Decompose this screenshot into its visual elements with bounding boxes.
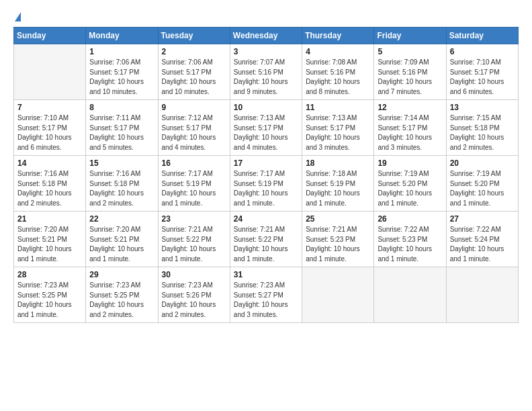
day-info: Sunrise: 7:23 AM Sunset: 5:26 PM Dayligh… [162, 281, 226, 320]
day-info: Sunrise: 7:17 AM Sunset: 5:19 PM Dayligh… [162, 169, 226, 208]
day-info: Sunrise: 7:06 AM Sunset: 5:17 PM Dayligh… [89, 58, 154, 97]
calendar-body: 1Sunrise: 7:06 AM Sunset: 5:17 PM Daylig… [14, 44, 519, 323]
day-number: 15 [89, 158, 154, 168]
day-number: 29 [89, 270, 154, 279]
day-number: 10 [234, 103, 298, 112]
day-number: 20 [450, 158, 515, 168]
day-number: 28 [17, 270, 82, 279]
day-info: Sunrise: 7:20 AM Sunset: 5:21 PM Dayligh… [17, 225, 82, 264]
weekday-header-thursday: Thursday [302, 28, 374, 44]
day-info: Sunrise: 7:07 AM Sunset: 5:16 PM Dayligh… [234, 58, 298, 97]
day-number: 11 [306, 103, 370, 112]
day-number: 13 [450, 103, 515, 112]
day-cell: 13Sunrise: 7:15 AM Sunset: 5:18 PM Dayli… [446, 100, 518, 156]
day-cell: 18Sunrise: 7:18 AM Sunset: 5:19 PM Dayli… [302, 156, 374, 212]
day-number: 4 [306, 47, 370, 56]
day-cell [374, 267, 446, 323]
day-number: 7 [17, 103, 82, 112]
week-row: 7Sunrise: 7:10 AM Sunset: 5:17 PM Daylig… [14, 100, 519, 156]
day-info: Sunrise: 7:18 AM Sunset: 5:19 PM Dayligh… [306, 169, 370, 208]
day-cell: 5Sunrise: 7:09 AM Sunset: 5:16 PM Daylig… [374, 44, 446, 100]
day-cell [446, 267, 518, 323]
day-number: 31 [234, 270, 298, 279]
weekday-row: SundayMondayTuesdayWednesdayThursdayFrid… [14, 28, 519, 44]
calendar-page: SundayMondayTuesdayWednesdayThursdayFrid… [0, 0, 532, 411]
weekday-header-monday: Monday [86, 28, 158, 44]
week-row: 21Sunrise: 7:20 AM Sunset: 5:21 PM Dayli… [14, 212, 519, 267]
weekday-header-saturday: Saturday [446, 28, 518, 44]
day-info: Sunrise: 7:10 AM Sunset: 5:17 PM Dayligh… [450, 58, 515, 97]
day-number: 2 [162, 47, 226, 56]
day-info: Sunrise: 7:19 AM Sunset: 5:20 PM Dayligh… [378, 169, 442, 208]
week-row: 28Sunrise: 7:23 AM Sunset: 5:25 PM Dayli… [14, 267, 519, 323]
week-row: 14Sunrise: 7:16 AM Sunset: 5:18 PM Dayli… [14, 156, 519, 212]
day-info: Sunrise: 7:23 AM Sunset: 5:25 PM Dayligh… [89, 281, 154, 320]
day-info: Sunrise: 7:21 AM Sunset: 5:23 PM Dayligh… [306, 225, 370, 264]
day-cell: 19Sunrise: 7:19 AM Sunset: 5:20 PM Dayli… [374, 156, 446, 212]
header [13, 12, 519, 20]
calendar-table: SundayMondayTuesdayWednesdayThursdayFrid… [13, 27, 519, 323]
day-info: Sunrise: 7:21 AM Sunset: 5:22 PM Dayligh… [162, 225, 226, 264]
day-info: Sunrise: 7:20 AM Sunset: 5:21 PM Dayligh… [89, 225, 154, 264]
day-info: Sunrise: 7:16 AM Sunset: 5:18 PM Dayligh… [89, 169, 154, 208]
day-info: Sunrise: 7:14 AM Sunset: 5:17 PM Dayligh… [378, 113, 442, 152]
day-number: 22 [89, 214, 154, 224]
day-info: Sunrise: 7:12 AM Sunset: 5:17 PM Dayligh… [162, 113, 226, 152]
day-number: 17 [234, 158, 298, 168]
day-number: 3 [234, 47, 298, 56]
day-info: Sunrise: 7:09 AM Sunset: 5:16 PM Dayligh… [378, 58, 442, 97]
day-number: 27 [450, 214, 515, 224]
day-info: Sunrise: 7:11 AM Sunset: 5:17 PM Dayligh… [89, 113, 154, 152]
weekday-header-wednesday: Wednesday [230, 28, 302, 44]
day-cell: 16Sunrise: 7:17 AM Sunset: 5:19 PM Dayli… [158, 156, 230, 212]
day-cell: 1Sunrise: 7:06 AM Sunset: 5:17 PM Daylig… [86, 44, 158, 100]
weekday-header-tuesday: Tuesday [158, 28, 230, 44]
day-cell: 21Sunrise: 7:20 AM Sunset: 5:21 PM Dayli… [14, 212, 86, 267]
day-number: 21 [17, 214, 82, 224]
day-number: 30 [162, 270, 226, 279]
day-info: Sunrise: 7:23 AM Sunset: 5:27 PM Dayligh… [234, 281, 298, 320]
day-cell: 9Sunrise: 7:12 AM Sunset: 5:17 PM Daylig… [158, 100, 230, 156]
day-info: Sunrise: 7:22 AM Sunset: 5:23 PM Dayligh… [378, 225, 442, 264]
day-cell [302, 267, 374, 323]
day-cell [14, 44, 86, 100]
day-cell: 6Sunrise: 7:10 AM Sunset: 5:17 PM Daylig… [446, 44, 518, 100]
day-cell: 23Sunrise: 7:21 AM Sunset: 5:22 PM Dayli… [158, 212, 230, 267]
day-cell: 10Sunrise: 7:13 AM Sunset: 5:17 PM Dayli… [230, 100, 302, 156]
day-number: 25 [306, 214, 370, 224]
day-cell: 28Sunrise: 7:23 AM Sunset: 5:25 PM Dayli… [14, 267, 86, 323]
weekday-header-friday: Friday [374, 28, 446, 44]
day-number: 14 [17, 158, 82, 168]
day-number: 5 [378, 47, 442, 56]
day-cell: 7Sunrise: 7:10 AM Sunset: 5:17 PM Daylig… [14, 100, 86, 156]
day-cell: 14Sunrise: 7:16 AM Sunset: 5:18 PM Dayli… [14, 156, 86, 212]
day-cell: 31Sunrise: 7:23 AM Sunset: 5:27 PM Dayli… [230, 267, 302, 323]
day-cell: 4Sunrise: 7:08 AM Sunset: 5:16 PM Daylig… [302, 44, 374, 100]
day-cell: 27Sunrise: 7:22 AM Sunset: 5:24 PM Dayli… [446, 212, 518, 267]
day-info: Sunrise: 7:15 AM Sunset: 5:18 PM Dayligh… [450, 113, 515, 152]
logo-triangle-icon [15, 12, 21, 21]
day-info: Sunrise: 7:16 AM Sunset: 5:18 PM Dayligh… [17, 169, 82, 208]
day-cell: 8Sunrise: 7:11 AM Sunset: 5:17 PM Daylig… [86, 100, 158, 156]
day-cell: 22Sunrise: 7:20 AM Sunset: 5:21 PM Dayli… [86, 212, 158, 267]
day-number: 16 [162, 158, 226, 168]
day-cell: 2Sunrise: 7:06 AM Sunset: 5:17 PM Daylig… [158, 44, 230, 100]
day-info: Sunrise: 7:23 AM Sunset: 5:25 PM Dayligh… [17, 281, 82, 320]
day-info: Sunrise: 7:06 AM Sunset: 5:17 PM Dayligh… [162, 58, 226, 97]
calendar-header: SundayMondayTuesdayWednesdayThursdayFrid… [14, 28, 519, 44]
day-info: Sunrise: 7:10 AM Sunset: 5:17 PM Dayligh… [17, 113, 82, 152]
day-info: Sunrise: 7:08 AM Sunset: 5:16 PM Dayligh… [306, 58, 370, 97]
day-cell: 26Sunrise: 7:22 AM Sunset: 5:23 PM Dayli… [374, 212, 446, 267]
day-number: 23 [162, 214, 226, 224]
day-number: 24 [234, 214, 298, 224]
day-number: 26 [378, 214, 442, 224]
day-info: Sunrise: 7:13 AM Sunset: 5:17 PM Dayligh… [306, 113, 370, 152]
day-number: 18 [306, 158, 370, 168]
day-cell: 30Sunrise: 7:23 AM Sunset: 5:26 PM Dayli… [158, 267, 230, 323]
week-row: 1Sunrise: 7:06 AM Sunset: 5:17 PM Daylig… [14, 44, 519, 100]
day-info: Sunrise: 7:19 AM Sunset: 5:20 PM Dayligh… [450, 169, 515, 208]
day-number: 12 [378, 103, 442, 112]
day-number: 9 [162, 103, 226, 112]
day-cell: 12Sunrise: 7:14 AM Sunset: 5:17 PM Dayli… [374, 100, 446, 156]
day-cell: 15Sunrise: 7:16 AM Sunset: 5:18 PM Dayli… [86, 156, 158, 212]
